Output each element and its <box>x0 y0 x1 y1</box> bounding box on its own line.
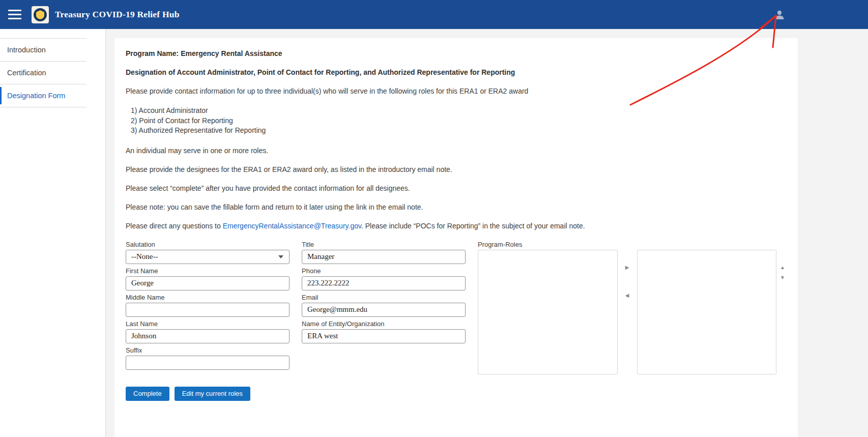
chevron-down-icon <box>278 255 283 258</box>
treasury-logo-icon <box>32 6 49 23</box>
sidebar: Introduction Certification Designation F… <box>0 29 106 437</box>
intro-line: Please provide contact information for u… <box>126 87 787 95</box>
entity-field: Name of Entity/Organization <box>302 320 466 343</box>
entity-label: Name of Entity/Organization <box>302 320 466 328</box>
title-label: Title <box>302 241 466 248</box>
suffix-input[interactable] <box>126 356 290 370</box>
first-name-label: First Name <box>126 267 290 275</box>
phone-label: Phone <box>302 267 466 275</box>
move-arrows: ▶ ◀ <box>618 250 637 374</box>
para-one-or-more-roles: An individual may serve in one or more r… <box>126 147 787 155</box>
email-field: Email <box>302 294 466 317</box>
salutation-field: Salutation --None-- <box>126 241 290 264</box>
roles-list-item: 1) Account Administrator <box>131 106 787 116</box>
first-name-input[interactable] <box>126 276 290 290</box>
para-save-form: Please note: you can save the fillable f… <box>126 203 787 211</box>
first-name-field: First Name <box>126 267 290 290</box>
entity-input[interactable] <box>302 329 466 343</box>
app-title: Treasury COVID-19 Relief Hub <box>55 9 180 20</box>
para-designees: Please provide the designees for the ERA… <box>126 165 787 173</box>
title-input[interactable] <box>302 250 466 264</box>
move-up-icon[interactable]: ▲ <box>779 264 786 271</box>
para-questions: Please direct any questions to Emergency… <box>126 222 787 230</box>
roles-list-item: 3) Authorized Representative for Reporti… <box>131 126 787 136</box>
program-roles-chosen-listbox[interactable] <box>637 250 777 374</box>
last-name-input[interactable] <box>126 329 290 343</box>
content-card: Program Name: Emergency Rental Assistanc… <box>114 38 798 437</box>
middle-name-label: Middle Name <box>126 294 290 301</box>
edit-current-roles-button[interactable]: Edit my current roles <box>175 387 250 401</box>
email-label: Email <box>302 294 466 301</box>
middle-name-input[interactable] <box>126 303 290 317</box>
move-left-icon[interactable]: ◀ <box>624 292 630 299</box>
roles-list-item: 2) Point of Contact for Reporting <box>131 116 787 126</box>
suffix-label: Suffix <box>126 346 290 354</box>
questions-suffix: . Please include “POCs for Reporting” in… <box>361 222 585 230</box>
menu-icon[interactable] <box>8 10 21 19</box>
complete-button[interactable]: Complete <box>126 387 169 401</box>
title-field: Title <box>302 241 466 264</box>
program-name-text: Program Name: Emergency Rental Assistanc… <box>126 49 787 57</box>
form-column-middle: Title Phone Email Name of Entity/Organiz… <box>302 241 466 374</box>
phone-input[interactable] <box>302 276 466 290</box>
suffix-field: Suffix <box>126 346 290 370</box>
program-roles-available-listbox[interactable] <box>478 250 618 374</box>
sidebar-item-certification[interactable]: Certification <box>0 62 86 84</box>
program-roles-label: Program-Roles <box>478 241 787 248</box>
move-down-icon[interactable]: ▼ <box>779 274 786 281</box>
support-email-link[interactable]: EmergencyRentalAssistance@Treasury.gov <box>223 222 361 230</box>
designation-heading: Designation of Account Administrator, Po… <box>126 68 787 76</box>
salutation-select[interactable]: --None-- <box>126 250 290 264</box>
user-profile-icon[interactable] <box>773 9 786 21</box>
salutation-label: Salutation <box>126 241 290 248</box>
sidebar-item-introduction[interactable]: Introduction <box>0 39 86 62</box>
reorder-arrows: ▲ ▼ <box>778 250 787 374</box>
form-column-left: Salutation --None-- First Name Middle Na… <box>126 241 290 374</box>
questions-prefix: Please direct any questions to <box>126 222 223 230</box>
phone-field: Phone <box>302 267 466 290</box>
email-input[interactable] <box>302 303 466 317</box>
form-actions: Complete Edit my current roles <box>126 387 787 401</box>
sidebar-item-designation-form[interactable]: Designation Form <box>0 84 86 107</box>
designation-form: Salutation --None-- First Name Middle Na… <box>126 241 787 374</box>
main-area: Program Name: Emergency Rental Assistanc… <box>106 29 868 437</box>
app-header: Treasury COVID-19 Relief Hub <box>0 0 868 29</box>
move-right-icon[interactable]: ▶ <box>624 264 630 271</box>
para-select-complete: Please select “complete” after you have … <box>126 184 787 192</box>
program-roles-dual-listbox: ▶ ◀ ▲ ▼ <box>478 250 787 374</box>
middle-name-field: Middle Name <box>126 294 290 317</box>
sidebar-nav-list: Introduction Certification Designation F… <box>0 38 86 107</box>
roles-list: 1) Account Administrator 2) Point of Con… <box>131 106 787 136</box>
last-name-field: Last Name <box>126 320 290 343</box>
last-name-label: Last Name <box>126 320 290 328</box>
salutation-selected-value: --None-- <box>131 252 158 261</box>
program-roles-group: Program-Roles ▶ ◀ ▲ ▼ <box>478 241 787 374</box>
